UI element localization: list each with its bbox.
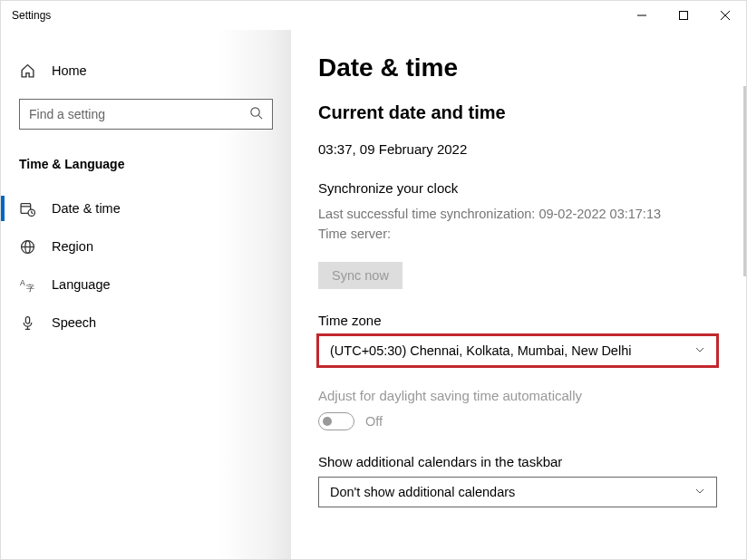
title-bar: Settings [1,1,746,30]
maximize-icon [679,11,688,20]
window-title: Settings [12,9,51,22]
chevron-down-icon [694,343,705,358]
scrollbar[interactable] [743,86,746,276]
home-nav[interactable]: Home [1,55,291,86]
page-title: Date & time [318,53,719,82]
home-label: Home [52,63,87,78]
nav-label: Date & time [52,201,121,216]
sync-heading: Synchronize your clock [318,180,719,196]
timezone-label: Time zone [318,313,719,328]
datetime-value: 03:37, 09 February 2022 [318,141,719,157]
search-icon [249,106,263,123]
sync-now-button[interactable]: Sync now [318,262,403,289]
additional-calendars-value: Don't show additional calendars [330,485,515,499]
nav-label: Region [52,239,93,254]
nav-label: Speech [52,315,96,330]
microphone-icon [19,314,35,331]
nav-speech[interactable]: Speech [1,304,291,342]
close-icon [721,11,730,20]
svg-rect-16 [25,316,29,323]
toggle-knob [323,417,332,426]
chevron-down-icon [694,485,705,499]
dst-state: Off [365,414,383,429]
svg-point-4 [251,107,259,115]
maximize-button[interactable] [663,1,704,30]
current-heading: Current date and time [318,102,719,123]
search-box[interactable] [19,99,273,130]
nav-language[interactable]: A字 Language [1,266,291,304]
category-title: Time & Language [1,151,291,177]
minimize-icon [637,11,646,20]
language-icon: A字 [19,276,35,293]
nav-date-time[interactable]: Date & time [1,189,291,227]
sidebar: Home Time & Language Date & time Region [1,30,291,559]
svg-text:字: 字 [26,283,34,292]
minimize-button[interactable] [621,1,663,30]
svg-line-10 [31,212,33,213]
nav-label: Language [52,277,111,292]
timezone-dropdown[interactable]: (UTC+05:30) Chennai, Kolkata, Mumbai, Ne… [318,335,717,366]
window-controls [621,1,746,30]
additional-calendars-dropdown[interactable]: Don't show additional calendars [318,477,717,507]
search-input[interactable] [29,107,249,121]
time-server: Time server: [318,225,719,245]
nav-region[interactable]: Region [1,227,291,266]
globe-icon [19,238,35,255]
dst-toggle[interactable] [318,412,354,430]
dst-label: Adjust for daylight saving time automati… [318,388,719,403]
timezone-value: (UTC+05:30) Chennai, Kolkata, Mumbai, Ne… [330,343,631,358]
main-panel: Date & time Current date and time 03:37,… [291,30,746,559]
svg-rect-1 [680,12,688,20]
svg-line-5 [258,115,262,119]
calendar-clock-icon [19,200,35,217]
home-icon [19,63,35,79]
additional-calendars-label: Show additional calendars in the taskbar [318,454,719,469]
last-sync: Last successful time synchronization: 09… [318,205,719,225]
svg-text:A: A [20,277,25,286]
close-button[interactable] [704,1,746,30]
